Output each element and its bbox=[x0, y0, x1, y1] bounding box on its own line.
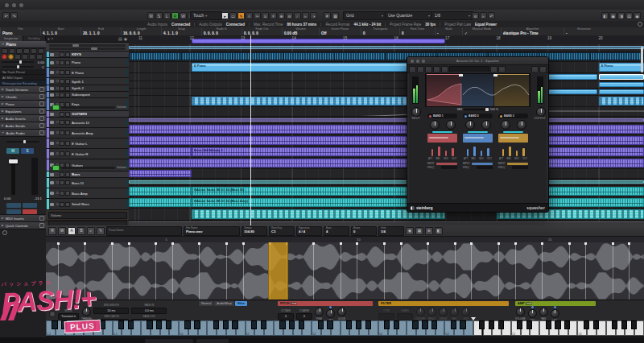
editor-r-button[interactable]: R bbox=[48, 227, 56, 235]
band-mini-slider[interactable] bbox=[509, 147, 511, 156]
track-volume-slider[interactable] bbox=[49, 44, 126, 47]
black-key[interactable] bbox=[356, 320, 361, 329]
quantize-preset-dropdown[interactable]: Use Quantize▾ bbox=[385, 11, 433, 20]
mix-slider[interactable] bbox=[464, 109, 488, 110]
knob[interactable] bbox=[450, 308, 459, 316]
playback-icon[interactable]: ▹ bbox=[480, 12, 487, 19]
track-row-piano[interactable]: 11Piano bbox=[46, 58, 129, 68]
band-knob-up[interactable] bbox=[501, 120, 510, 130]
clip[interactable] bbox=[129, 118, 644, 122]
band-freq-field[interactable] bbox=[477, 166, 493, 169]
fader-button-1[interactable] bbox=[6, 203, 21, 208]
band-header[interactable]: BAND 2 bbox=[463, 114, 493, 118]
band-input-bar[interactable] bbox=[436, 163, 458, 165]
black-key[interactable] bbox=[584, 320, 589, 329]
track-row-guitars[interactable]: GUITARS bbox=[46, 111, 129, 118]
band-range-handle[interactable] bbox=[464, 137, 484, 138]
editor-audition-icon[interactable]: ▹ bbox=[87, 227, 95, 235]
band-mini-slider[interactable] bbox=[445, 151, 448, 156]
info-column-end[interactable]: End20. 1. 1. 0 bbox=[80, 27, 121, 35]
status-value[interactable]: Equal Power bbox=[475, 23, 497, 27]
status-value[interactable]: Connected bbox=[171, 23, 190, 27]
amp-knob-pan[interactable]: PAN bbox=[539, 308, 548, 320]
track-solo-button[interactable] bbox=[65, 112, 70, 117]
clip[interactable] bbox=[599, 82, 644, 87]
amp-knob-lfo[interactable]: LFO bbox=[551, 306, 559, 321]
editor-extra-icon-0[interactable]: ◉ bbox=[406, 227, 414, 235]
plugin-minimize-icon[interactable] bbox=[416, 60, 419, 63]
hitpoint-handle[interactable] bbox=[383, 242, 386, 245]
band-mini-slider[interactable] bbox=[502, 149, 505, 156]
black-key[interactable] bbox=[327, 320, 332, 329]
close-window-icon[interactable] bbox=[5, 3, 9, 7]
knob[interactable] bbox=[539, 308, 548, 316]
band-power-icon[interactable] bbox=[500, 115, 502, 118]
track-mute-button[interactable] bbox=[60, 180, 64, 185]
pitch-knob-fine[interactable]: FINE bbox=[315, 308, 324, 320]
filter-field-shape[interactable]: SHAPE bbox=[397, 309, 413, 320]
hitpoint-handle[interactable] bbox=[57, 242, 60, 245]
record-enable-button[interactable] bbox=[2, 54, 7, 60]
plugin-titlebar[interactable]: Acoustic DI: Ins. 1 - Squasher bbox=[407, 57, 548, 65]
black-key[interactable] bbox=[99, 320, 105, 329]
black-key[interactable] bbox=[213, 320, 219, 329]
right-zone-icon[interactable]: ◨ bbox=[617, 12, 625, 19]
track-row-e-guitar-l[interactable]: 19E Guitar L bbox=[46, 138, 129, 149]
band-freq-field[interactable] bbox=[512, 166, 529, 169]
split-icon[interactable]: ✂ bbox=[254, 12, 261, 19]
black-key[interactable] bbox=[412, 320, 418, 329]
mute-button[interactable] bbox=[2, 48, 8, 54]
info-column-file[interactable]: FilePiano bbox=[0, 27, 40, 35]
black-key[interactable] bbox=[299, 320, 304, 329]
preset-name-field[interactable]: Preset Name bbox=[106, 226, 182, 236]
hitpoint-handle[interactable] bbox=[225, 242, 228, 245]
editor-w-button[interactable]: W bbox=[58, 227, 66, 235]
tab-audiowarp[interactable]: AudioWarp bbox=[214, 301, 234, 306]
editor-extra-icon-2[interactable]: ⊕ bbox=[425, 227, 433, 235]
hitpoint-handle[interactable] bbox=[541, 242, 543, 245]
clip[interactable] bbox=[129, 180, 644, 184]
black-key[interactable] bbox=[498, 320, 504, 329]
band-range-slider[interactable] bbox=[427, 134, 458, 143]
black-key[interactable] bbox=[184, 320, 190, 329]
track-row-subsequent[interactable]: 15Subsequent bbox=[46, 92, 129, 98]
monitor-button[interactable] bbox=[52, 165, 60, 171]
selected-slice[interactable] bbox=[268, 242, 289, 300]
hitpoint-handle[interactable] bbox=[356, 242, 358, 245]
section-track-versions[interactable]: ▶Track Versions bbox=[0, 86, 46, 93]
undo-icon[interactable]: ↶ bbox=[488, 12, 495, 19]
track-mute-button[interactable] bbox=[60, 70, 64, 75]
band-knob-down[interactable] bbox=[517, 120, 526, 130]
clip[interactable] bbox=[129, 52, 644, 60]
info-column-algorithm[interactable]: Algorithmélastique Pro - Time bbox=[501, 27, 564, 35]
track-row-e-guitar-r[interactable]: 20E Guitar R bbox=[46, 149, 129, 159]
band-mix-mini-slider[interactable] bbox=[503, 131, 523, 133]
automation-curve[interactable] bbox=[129, 107, 644, 116]
clip[interactable] bbox=[129, 159, 644, 167]
track-row-guitars[interactable]: 21GuitarsVolume bbox=[46, 159, 129, 172]
maximize-window-icon[interactable] bbox=[19, 3, 23, 7]
volume-slider[interactable] bbox=[2, 61, 34, 63]
track-mute-button[interactable] bbox=[60, 202, 64, 207]
clip[interactable] bbox=[129, 198, 192, 207]
track-mute-button[interactable] bbox=[60, 141, 64, 146]
hitpoint-handle[interactable] bbox=[568, 242, 571, 245]
automation-w-button[interactable]: W bbox=[180, 12, 187, 19]
band-mini-slider[interactable] bbox=[438, 147, 440, 156]
section-audio-fader[interactable]: ▼Audio Fader bbox=[0, 130, 46, 137]
track-solo-button[interactable] bbox=[65, 60, 70, 65]
section-midi-inserts[interactable]: ▶MIDI Inserts bbox=[0, 215, 46, 222]
line-icon[interactable]: ∕ bbox=[294, 12, 301, 19]
band-knob-up[interactable] bbox=[430, 120, 440, 130]
editor-extra-icon-1[interactable]: ▦ bbox=[415, 227, 423, 235]
automation-button[interactable] bbox=[36, 54, 43, 60]
section-audio-inserts[interactable]: ▶Audio Inserts bbox=[0, 115, 46, 122]
fader-pan-slider[interactable] bbox=[6, 141, 39, 143]
filter-knob-cutoff[interactable]: CUTOFF bbox=[415, 308, 425, 320]
band-freq-field[interactable] bbox=[441, 166, 458, 169]
black-key[interactable] bbox=[89, 320, 95, 329]
lower-zone-icon[interactable]: ▣ bbox=[609, 12, 617, 19]
audition-button[interactable] bbox=[49, 311, 56, 317]
tab-inspector[interactable]: Inspector bbox=[0, 35, 23, 41]
black-key[interactable] bbox=[431, 320, 437, 329]
